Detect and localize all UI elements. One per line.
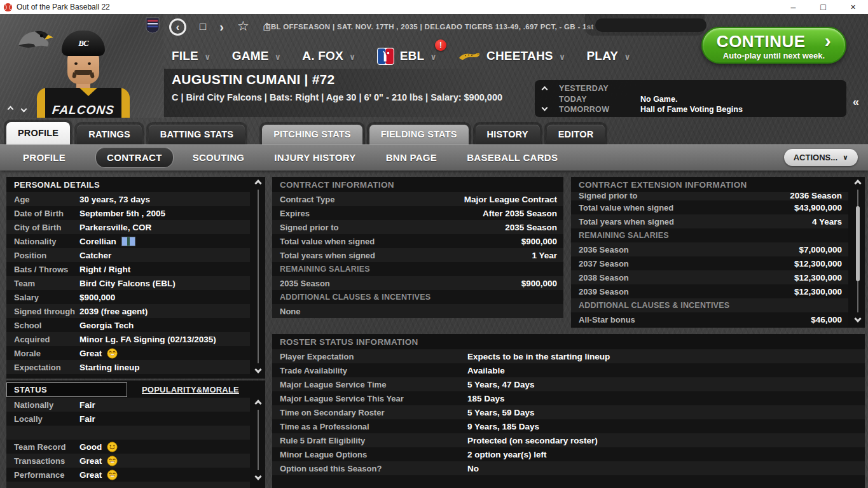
continue-button[interactable]: CONTINUE › Auto-play until next week. bbox=[701, 27, 846, 64]
tab-pitching-stats[interactable]: PITCHING STATS bbox=[262, 125, 362, 144]
scroll-up-icon[interactable] bbox=[254, 179, 261, 186]
player-cycle-arrows bbox=[8, 107, 26, 111]
tab-history[interactable]: HISTORY bbox=[476, 125, 540, 144]
row-value: Georgia Tech bbox=[79, 321, 134, 330]
menu-cheetahs[interactable]: CHEETAHS∨ bbox=[458, 49, 565, 63]
row-label: Major League Service Time bbox=[280, 380, 467, 389]
data-row: 2038 Season$12,300,000 bbox=[571, 270, 848, 284]
row-value: Major League Contract bbox=[464, 195, 557, 204]
popularity-morale-link[interactable]: POPULARITY&MORALE bbox=[142, 385, 239, 394]
tab-socket: PROFILE bbox=[4, 120, 72, 144]
subtab-injury-history[interactable]: INJURY HISTORY bbox=[274, 152, 355, 163]
search-input[interactable] bbox=[595, 18, 706, 32]
tab-editor[interactable]: EDITOR bbox=[547, 125, 605, 144]
section-title: ADDITIONAL CLAUSES & INCENTIVES bbox=[579, 301, 729, 310]
scroll-down-icon[interactable] bbox=[854, 315, 861, 322]
row-label: Player Expectation bbox=[280, 352, 467, 361]
scroll-down-icon[interactable] bbox=[254, 366, 261, 373]
data-row: PositionCatcher bbox=[6, 248, 250, 262]
scroll-track[interactable] bbox=[258, 410, 259, 470]
player-info-line: C | Bird City Falcons | Bats: Right | Ag… bbox=[172, 92, 536, 102]
row-label: Signed prior to bbox=[579, 192, 637, 200]
row-value: $12,300,000 bbox=[794, 259, 842, 268]
scroll-up-icon[interactable] bbox=[254, 400, 261, 407]
row-value: Corellian bbox=[79, 237, 135, 246]
player-figure: BC FALCONS bbox=[42, 31, 125, 118]
row-value: Fair bbox=[79, 414, 95, 424]
actions-button[interactable]: ACTIONS... ∨ bbox=[784, 149, 858, 166]
schedule-row: TODAYNo Game. bbox=[535, 94, 846, 105]
scroll-track[interactable] bbox=[258, 190, 259, 363]
row-value: 2 option year(s) left bbox=[467, 450, 547, 459]
row-label: Nationally bbox=[14, 400, 79, 410]
scroll-down-icon[interactable] bbox=[254, 473, 261, 480]
section-title: REMAINING SALARIES bbox=[579, 231, 669, 240]
collapse-panel-icon[interactable]: « bbox=[853, 95, 859, 109]
data-row: PerformanceGreat bbox=[6, 468, 250, 482]
data-row: NationalityCorellian bbox=[6, 234, 250, 248]
menu-ebl[interactable]: EBL∨! bbox=[377, 48, 437, 65]
menu-file[interactable]: FILE∨ bbox=[172, 49, 211, 63]
row-label: Team bbox=[14, 279, 79, 288]
row-value: Great bbox=[79, 469, 118, 480]
minimize-button[interactable]: – bbox=[778, 0, 808, 14]
row-value: 1 Year bbox=[532, 251, 557, 260]
row-label: Team Record bbox=[14, 442, 79, 452]
roster-status-title: ROSTER STATUS INFORMATION bbox=[272, 336, 865, 349]
schedule-row: YESTERDAY bbox=[535, 83, 846, 94]
data-row: NationallyFair bbox=[6, 398, 250, 412]
row-label: Locally bbox=[14, 414, 79, 424]
roster-status-panel: ROSTER STATUS INFORMATION Player Expecta… bbox=[272, 334, 865, 488]
contract-information-title: CONTRACT INFORMATION bbox=[272, 179, 563, 192]
subtab-scouting[interactable]: SCOUTING bbox=[193, 152, 245, 163]
status-title: STATUS bbox=[6, 382, 127, 397]
row-value: 185 Days bbox=[467, 394, 505, 403]
contract-information-panel: CONTRACT INFORMATION Contract TypeMajor … bbox=[272, 177, 563, 318]
forward-icon[interactable]: › bbox=[219, 20, 224, 34]
maximize-button[interactable]: □ bbox=[808, 0, 838, 14]
subtab-contract[interactable]: CONTRACT bbox=[95, 147, 174, 168]
row-label: Expires bbox=[280, 209, 310, 218]
previous-player-icon[interactable] bbox=[8, 106, 14, 113]
tab-ratings[interactable]: RATINGS bbox=[77, 125, 142, 144]
subtab-profile[interactable]: PROFILE bbox=[23, 152, 65, 163]
menu-a-fox[interactable]: A. FOX∨ bbox=[302, 49, 355, 63]
subtab-bnn-page[interactable]: BNN PAGE bbox=[386, 152, 437, 163]
row-label: Position bbox=[14, 251, 79, 260]
stop-icon[interactable]: □ bbox=[200, 20, 206, 33]
tab-socket: BATTING STATS bbox=[146, 122, 247, 144]
row-value: Right / Right bbox=[79, 265, 130, 274]
jersey-text: FALCONS bbox=[41, 103, 125, 117]
data-row: Option used this Season?No bbox=[272, 461, 865, 475]
row-label: Signed prior to bbox=[280, 223, 338, 232]
next-player-icon[interactable] bbox=[21, 106, 27, 113]
data-row: LocallyFair bbox=[6, 412, 250, 426]
row-label: Age bbox=[14, 195, 79, 204]
mustache bbox=[74, 70, 92, 75]
row-label: Bats / Throws bbox=[14, 265, 79, 274]
data-row: Major League Service Time5 Years, 47 Day… bbox=[272, 377, 865, 391]
data-row: Age30 years, 73 days bbox=[6, 192, 250, 206]
subtab-baseball-cards[interactable]: BASEBALL CARDS bbox=[467, 152, 558, 163]
personal-details-scrollbar bbox=[253, 179, 263, 373]
search-box bbox=[585, 14, 705, 36]
nav-icon-bar: ‹ □ › ☆ ⌂ bbox=[169, 18, 271, 36]
scroll-thumb[interactable] bbox=[856, 206, 860, 281]
favorites-star-icon[interactable]: ☆ bbox=[237, 18, 249, 34]
data-row: None bbox=[272, 304, 563, 318]
menu-game[interactable]: GAME∨ bbox=[232, 49, 282, 63]
menu-play[interactable]: PLAY∨ bbox=[586, 49, 631, 63]
close-button[interactable]: × bbox=[838, 0, 868, 14]
back-icon[interactable]: ‹ bbox=[169, 18, 186, 36]
data-row: Major Service5 Years, 47 Days bbox=[6, 374, 250, 379]
tab-batting-stats[interactable]: BATTING STATS bbox=[149, 125, 245, 144]
tab-socket: PITCHING STATS bbox=[259, 122, 364, 144]
tab-fielding-stats[interactable]: FIELDING STATS bbox=[369, 125, 469, 144]
scroll-up-icon[interactable] bbox=[854, 179, 861, 186]
row-label: 2036 Season bbox=[579, 245, 629, 254]
data-row: Bats / ThrowsRight / Right bbox=[6, 262, 250, 276]
app-body: BC FALCONS ‹ □ bbox=[0, 14, 868, 488]
tab-profile[interactable]: PROFILE bbox=[6, 122, 70, 144]
data-row: 2035 Season$900,000 bbox=[272, 276, 563, 290]
chevron-down-icon: ∨ bbox=[559, 52, 566, 62]
